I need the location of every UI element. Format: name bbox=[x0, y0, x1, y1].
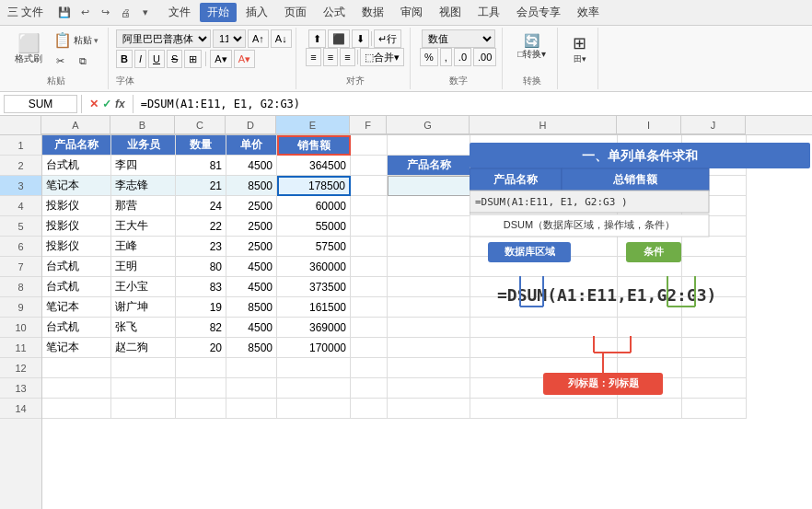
menu-view[interactable]: 视图 bbox=[432, 3, 469, 22]
cell-E6[interactable]: 57500 bbox=[277, 237, 351, 257]
cell-E12[interactable] bbox=[277, 358, 351, 378]
cell-J8[interactable] bbox=[682, 277, 747, 297]
wrap-btn[interactable]: ↵行 bbox=[374, 29, 401, 48]
row-num-4[interactable]: 4 bbox=[0, 196, 41, 216]
border-btn[interactable]: ⊞ bbox=[184, 50, 202, 68]
row-num-13[interactable]: 13 bbox=[0, 378, 41, 399]
cell-D1[interactable]: 单价 bbox=[226, 135, 277, 156]
cell-A6[interactable]: 投影仪 bbox=[42, 237, 111, 257]
cell-G4[interactable] bbox=[388, 196, 470, 216]
cell-G13[interactable] bbox=[388, 378, 470, 399]
cell-D2[interactable]: 4500 bbox=[226, 156, 277, 176]
cell-B11[interactable]: 赵二狗 bbox=[111, 338, 176, 358]
cell-I12[interactable] bbox=[618, 358, 682, 378]
cell-I4[interactable] bbox=[618, 196, 682, 216]
col-header-F[interactable]: F bbox=[350, 116, 387, 134]
cell-A2[interactable]: 台式机 bbox=[42, 156, 111, 176]
cell-F13[interactable] bbox=[351, 378, 388, 399]
cell-E13[interactable] bbox=[277, 378, 351, 399]
cell-C13[interactable] bbox=[176, 378, 226, 399]
cell-A3[interactable]: 笔记本 bbox=[42, 176, 111, 196]
col-header-C[interactable]: C bbox=[175, 116, 226, 134]
col-header-D[interactable]: D bbox=[226, 116, 276, 134]
cell-D8[interactable]: 4500 bbox=[226, 277, 277, 297]
cell-C10[interactable]: 82 bbox=[176, 318, 226, 338]
cell-H10[interactable] bbox=[470, 318, 618, 338]
align-bot-btn[interactable]: ⬇ bbox=[352, 29, 369, 48]
font-decrease-btn[interactable]: A↓ bbox=[271, 29, 292, 48]
menu-formula[interactable]: 公式 bbox=[316, 3, 353, 22]
cell-E14[interactable] bbox=[277, 399, 351, 419]
cell-A14[interactable] bbox=[42, 399, 111, 419]
cell-F14[interactable] bbox=[351, 399, 388, 419]
format-btn[interactable]: ⬜ 格式刷 bbox=[9, 30, 48, 69]
col-header-B[interactable]: B bbox=[110, 116, 175, 134]
col-header-G[interactable]: G bbox=[387, 116, 470, 134]
cell-B7[interactable]: 王明 bbox=[111, 257, 176, 277]
cell-D6[interactable]: 2500 bbox=[226, 237, 277, 257]
align-left-btn[interactable]: ≡ bbox=[306, 48, 320, 66]
cell-J14[interactable] bbox=[682, 399, 747, 419]
cell-D13[interactable] bbox=[226, 378, 277, 399]
col-header-J[interactable]: J bbox=[681, 116, 746, 134]
number-format-select[interactable]: 数值 bbox=[422, 29, 495, 48]
cell-H1[interactable] bbox=[470, 135, 618, 156]
cell-A12[interactable] bbox=[42, 358, 111, 378]
cell-J2[interactable] bbox=[682, 156, 747, 176]
font-color-btn[interactable]: A▾ bbox=[234, 50, 255, 68]
comma-btn[interactable]: , bbox=[440, 48, 452, 66]
cell-A4[interactable]: 投影仪 bbox=[42, 196, 111, 216]
menu-review[interactable]: 审阅 bbox=[393, 3, 430, 22]
cell-B9[interactable]: 谢广坤 bbox=[111, 297, 176, 318]
cell-A7[interactable]: 台式机 bbox=[42, 257, 111, 277]
row-num-8[interactable]: 8 bbox=[0, 277, 41, 297]
row-num-12[interactable]: 12 bbox=[0, 358, 41, 378]
cell-C11[interactable]: 20 bbox=[176, 338, 226, 358]
cell-D5[interactable]: 2500 bbox=[226, 216, 277, 237]
cell-I5[interactable] bbox=[618, 216, 682, 237]
cell-H8[interactable] bbox=[470, 277, 618, 297]
cell-B8[interactable]: 王小宝 bbox=[111, 277, 176, 297]
cell-J6[interactable] bbox=[682, 237, 747, 257]
cell-B14[interactable] bbox=[111, 399, 176, 419]
cell-J1[interactable] bbox=[682, 135, 747, 156]
cell-H13[interactable] bbox=[470, 378, 618, 399]
cell-H2[interactable]: 总销售额 bbox=[470, 156, 618, 176]
cell-F6[interactable] bbox=[351, 237, 388, 257]
row-num-11[interactable]: 11 bbox=[0, 338, 41, 358]
cell-F4[interactable] bbox=[351, 196, 388, 216]
cell-I11[interactable] bbox=[618, 338, 682, 358]
cell-H14[interactable] bbox=[470, 399, 618, 419]
cell-F10[interactable] bbox=[351, 318, 388, 338]
cell-D11[interactable]: 8500 bbox=[226, 338, 277, 358]
cell-G14[interactable] bbox=[388, 399, 470, 419]
row-num-2[interactable]: 2 bbox=[0, 156, 41, 176]
italic-btn[interactable]: I bbox=[134, 50, 146, 68]
dec-increase-btn[interactable]: .0 bbox=[454, 48, 471, 66]
cell-B13[interactable] bbox=[111, 378, 176, 399]
cell-J13[interactable] bbox=[682, 378, 747, 399]
menu-member[interactable]: 会员专享 bbox=[509, 3, 568, 22]
more-icon[interactable]: ▾ bbox=[137, 5, 154, 21]
dec-decrease-btn[interactable]: .00 bbox=[473, 48, 496, 66]
cell-I14[interactable] bbox=[618, 399, 682, 419]
cell-I1[interactable] bbox=[618, 135, 682, 156]
cell-F9[interactable] bbox=[351, 297, 388, 318]
cell-B6[interactable]: 王峰 bbox=[111, 237, 176, 257]
save-icon[interactable]: 💾 bbox=[56, 5, 73, 21]
row-num-5[interactable]: 5 bbox=[0, 216, 41, 237]
cell-C5[interactable]: 22 bbox=[176, 216, 226, 237]
cell-B4[interactable]: 那营 bbox=[111, 196, 176, 216]
merge-btn[interactable]: ⬚合并▾ bbox=[360, 48, 404, 66]
cell-B5[interactable]: 王大牛 bbox=[111, 216, 176, 237]
cell-G12[interactable] bbox=[388, 358, 470, 378]
cell-D14[interactable] bbox=[226, 399, 277, 419]
cell-D12[interactable] bbox=[226, 358, 277, 378]
menu-page[interactable]: 页面 bbox=[277, 3, 314, 22]
cell-G10[interactable] bbox=[388, 318, 470, 338]
percent-btn[interactable]: % bbox=[420, 48, 438, 66]
cell-G9[interactable] bbox=[388, 297, 470, 318]
cell-I6[interactable] bbox=[618, 237, 682, 257]
font-size-select[interactable]: 11 bbox=[213, 29, 246, 48]
strikethrough-btn[interactable]: S bbox=[167, 50, 182, 68]
